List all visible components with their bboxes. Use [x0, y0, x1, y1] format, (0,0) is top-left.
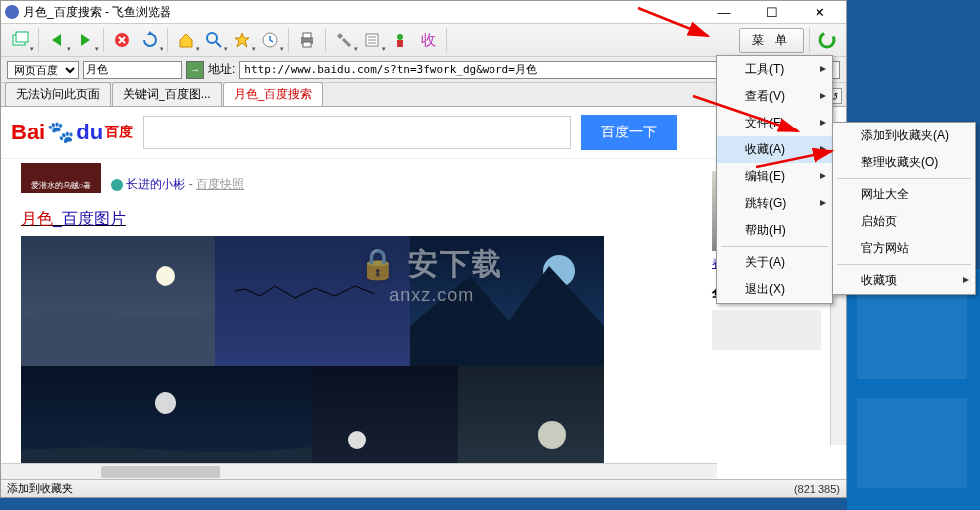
result-author[interactable]: 长进的小彬: [126, 177, 185, 191]
heading-sep: _: [53, 210, 62, 227]
svg-rect-10: [397, 40, 403, 47]
mail-button[interactable]: 收: [415, 27, 441, 53]
window-title: 月色_百度搜索 - 飞鱼浏览器: [23, 4, 709, 21]
menu-file[interactable]: 文件(F): [717, 110, 832, 136]
heading-rest: 百度图片: [62, 210, 126, 227]
desktop-background: [847, 269, 980, 510]
separator: [325, 28, 326, 52]
svg-rect-1: [16, 32, 28, 42]
status-coordinates: (821,385): [794, 483, 840, 495]
svg-point-16: [538, 421, 566, 449]
options-button[interactable]: [359, 27, 385, 53]
tab-error-page[interactable]: 无法访问此页面: [5, 82, 111, 106]
svg-rect-6: [303, 33, 311, 38]
main-column: 爱潜水的乌贼○著 长进的小彬 - 百度快照 月色_百度图片: [21, 163, 702, 479]
svg-rect-7: [303, 42, 311, 47]
minimize-button[interactable]: —: [709, 3, 739, 21]
images-heading-link[interactable]: 月色_百度图片: [21, 209, 126, 230]
submenu-add-favorite[interactable]: 添加到收藏夹(A): [833, 123, 975, 149]
address-label: 地址:: [208, 61, 235, 78]
menu-edit[interactable]: 编辑(E): [717, 163, 832, 190]
menu-view[interactable]: 查看(V): [717, 83, 832, 110]
image-result[interactable]: [458, 366, 604, 479]
result-dash: -: [189, 177, 196, 191]
menu-tools[interactable]: 工具(T): [717, 56, 832, 83]
separator: [809, 28, 810, 52]
result-cache-link[interactable]: 百度快照: [196, 177, 244, 191]
svg-point-12: [156, 266, 175, 286]
svg-point-3: [207, 33, 217, 43]
menu-help[interactable]: 帮助(H): [717, 217, 832, 244]
svg-point-14: [155, 392, 176, 414]
image-result[interactable]: [312, 366, 458, 479]
logo-du: du: [76, 120, 103, 145]
logo-sub: 百度: [105, 124, 133, 141]
menu-separator: [837, 264, 971, 265]
history-button[interactable]: [257, 27, 283, 53]
svg-point-15: [348, 431, 366, 449]
tab-moonlight-search[interactable]: 月色_百度搜索: [223, 82, 324, 106]
submenu-start-page[interactable]: 启始页: [833, 208, 975, 235]
app-icon: [5, 5, 19, 19]
paw-icon: 🐾: [47, 120, 74, 145]
status-text: 添加到收藏夹: [7, 481, 73, 496]
menu-favorites[interactable]: 收藏(A): [717, 136, 832, 163]
image-result[interactable]: [410, 236, 604, 366]
separator: [38, 28, 39, 52]
close-button[interactable]: ✕: [805, 3, 834, 21]
submenu-url-directory[interactable]: 网址大全: [833, 181, 975, 208]
separator: [288, 28, 289, 52]
submenu-organize-favorites[interactable]: 整理收藏夹(O): [833, 149, 975, 176]
back-button[interactable]: [44, 27, 70, 53]
image-grid: [21, 236, 702, 479]
refresh-button[interactable]: [137, 27, 163, 53]
image-result[interactable]: [21, 366, 312, 479]
search-engine-select[interactable]: 网页百度: [7, 61, 79, 79]
maximize-button[interactable]: ☐: [757, 3, 787, 21]
keyword-input[interactable]: [83, 61, 182, 79]
separator: [167, 28, 168, 52]
plugin-button[interactable]: [387, 27, 413, 53]
submenu-official-site[interactable]: 官方网站: [833, 235, 975, 262]
stop-button[interactable]: [109, 27, 135, 53]
search-go-button[interactable]: →: [186, 61, 204, 79]
svg-point-11: [820, 33, 834, 47]
window-controls: — ☐ ✕: [709, 3, 842, 21]
new-tab-button[interactable]: [7, 27, 33, 53]
separator: [446, 28, 447, 52]
baidu-search-button[interactable]: 百度一下: [581, 115, 677, 150]
menu-about[interactable]: 关于(A): [717, 249, 832, 276]
main-menu-panel: 工具(T) 查看(V) 文件(F) 收藏(A) 编辑(E) 跳转(G) 帮助(H…: [716, 55, 833, 304]
search-button[interactable]: [201, 27, 227, 53]
image-result[interactable]: [21, 236, 215, 366]
submenu-favorite-items[interactable]: 收藏项: [833, 267, 975, 294]
menu-button[interactable]: 菜 单: [739, 28, 804, 53]
sidebar-music-thumb[interactable]: [712, 310, 821, 350]
throbber-icon: [815, 27, 840, 53]
menu-exit[interactable]: 退出(X): [717, 276, 832, 303]
forward-button[interactable]: [72, 27, 98, 53]
horizontal-scrollbar[interactable]: [1, 463, 717, 479]
status-bar: 添加到收藏夹 (821,385): [1, 479, 846, 497]
result-thumbnail[interactable]: 爱潜水的乌贼○著: [21, 163, 101, 193]
svg-point-9: [397, 34, 403, 40]
heading-keyword: 月色: [21, 210, 53, 227]
menu-navigate[interactable]: 跳转(G): [717, 190, 832, 217]
favorites-button[interactable]: [229, 27, 255, 53]
verified-icon: [111, 179, 123, 191]
result-meta: 长进的小彬 - 百度快照: [111, 176, 244, 193]
image-result[interactable]: [215, 236, 410, 366]
scroll-thumb[interactable]: [101, 466, 220, 478]
print-button[interactable]: [294, 27, 320, 53]
home-button[interactable]: [173, 27, 199, 53]
main-toolbar: 收 菜 单: [1, 23, 846, 57]
logo-bai: Bai: [11, 120, 45, 145]
baidu-logo[interactable]: Bai 🐾 du 百度: [11, 120, 133, 145]
tools-button[interactable]: [331, 27, 357, 53]
baidu-search-input[interactable]: [143, 116, 571, 149]
titlebar: 月色_百度搜索 - 飞鱼浏览器 — ☐ ✕: [1, 1, 846, 23]
tab-keyword-images[interactable]: 关键词_百度图...: [112, 82, 222, 106]
menu-separator: [837, 178, 971, 179]
menu-separator: [721, 246, 828, 247]
result-snippet: 爱潜水的乌贼○著 长进的小彬 - 百度快照: [21, 163, 702, 193]
